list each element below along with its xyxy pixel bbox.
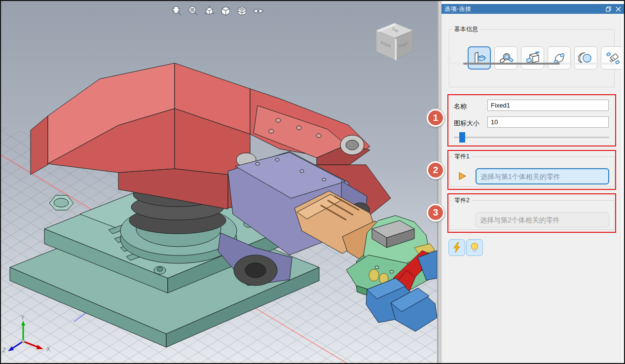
annotation-badge-2: 2: [427, 161, 444, 179]
name-label: 名称: [454, 102, 467, 111]
viewport-toolbar: [171, 5, 264, 17]
icon-size-label: 图标大小: [454, 119, 479, 128]
icon-size-slider-handle[interactable]: [459, 132, 465, 143]
fixed-joint-icon[interactable]: [468, 46, 491, 70]
lightning-button[interactable]: [448, 239, 465, 256]
cylindrical-joint-icon[interactable]: [548, 46, 571, 70]
basic-info-legend: 基本信息: [452, 26, 480, 33]
panel-title: 选项-连接: [444, 5, 602, 13]
panel-titlebar: 选项-连接: [441, 4, 625, 14]
badge-1-number: 1: [433, 112, 439, 123]
options-panel: 选项-连接 基本信息: [441, 1, 625, 364]
icon-size-slider[interactable]: [454, 137, 609, 138]
lightning-icon: [452, 242, 462, 253]
wireframe-view-icon[interactable]: [236, 5, 248, 17]
prismatic-joint-icon[interactable]: [521, 46, 544, 70]
part2-legend: 零件2: [452, 197, 472, 204]
bulb-button[interactable]: [466, 239, 483, 256]
joint-row-scrollbar-thumb[interactable]: [463, 63, 560, 65]
play-icon[interactable]: [458, 172, 467, 181]
part1-legend: 零件1: [452, 153, 472, 160]
axis-y-label: Y: [21, 314, 25, 321]
bulb-icon: [470, 242, 479, 253]
annotation-badge-1: 1: [427, 109, 444, 127]
part2-select-input[interactable]: [476, 212, 609, 227]
name-input[interactable]: [487, 100, 609, 111]
axis-z-label: Z: [2, 346, 6, 354]
panel-splitter[interactable]: [437, 1, 441, 364]
viewport-3d[interactable]: Top Front Right Y X Z: [1, 1, 437, 364]
icon-size-input[interactable]: [487, 116, 609, 128]
shaded-view-icon[interactable]: [220, 5, 232, 17]
badge-2-number: 2: [433, 165, 439, 176]
zoom-extents-icon[interactable]: [171, 5, 183, 17]
screw-joint-icon[interactable]: [601, 46, 622, 70]
visibility-eye-icon[interactable]: [252, 5, 264, 17]
ball-joint-icon[interactable]: [574, 46, 597, 70]
float-window-icon[interactable]: [604, 5, 612, 13]
viewport-canvas[interactable]: Top Front Right Y X Z: [1, 1, 437, 364]
basic-info-group: 基本信息: [449, 29, 615, 87]
part1-select-input[interactable]: [476, 168, 609, 184]
application-window: Top Front Right Y X Z: [0, 0, 625, 364]
annotation-badge-3: 3: [427, 204, 444, 221]
isometric-view-icon[interactable]: [203, 5, 216, 17]
zoom-window-icon[interactable]: [187, 5, 199, 17]
joint-type-row: [457, 46, 622, 74]
joint-row-scrollbar[interactable]: [447, 63, 615, 65]
point-joint-icon[interactable]: [494, 46, 517, 70]
badge-3-number: 3: [433, 207, 439, 218]
close-icon[interactable]: [614, 5, 622, 13]
axis-x-label: X: [46, 345, 50, 353]
